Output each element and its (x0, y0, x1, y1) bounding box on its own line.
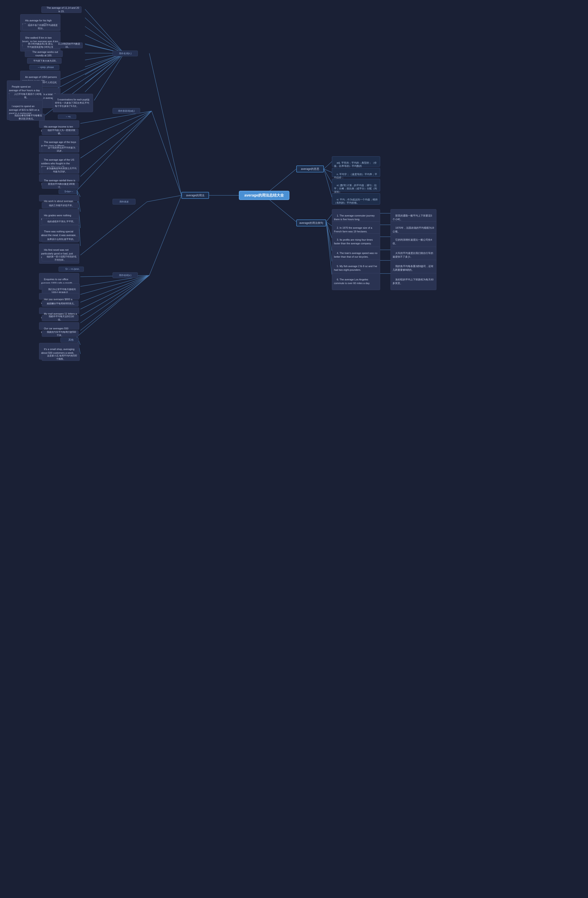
first-novel-cn: 他的第一部小说既不特别好也不特别坏。 (42, 255, 78, 261)
avg-of-11-14-20: The average of 11,14 and 20 is 15. (41, 6, 81, 13)
meaning-vi: vi. 平均；作为或达到一个均值；维持（有利的）平均价格。 (332, 193, 380, 205)
people-tv-cn: 人们平均每天看四个小时电视。 (9, 92, 44, 99)
svg-line-49 (326, 222, 332, 226)
section-biaoshi: 用作表述 (112, 199, 135, 205)
svg-line-32 (80, 202, 147, 255)
connections-svg (0, 0, 588, 898)
meaning-n: n. 平均字；（速度等的）平均率；平均估价； (332, 168, 380, 177)
siyi-node: average的意思 (296, 166, 324, 172)
svg-line-50 (326, 222, 332, 238)
s-be-label: S+be+～ (58, 189, 77, 194)
svg-line-35 (80, 275, 149, 294)
avg-age-15-cn: 这个班的男生的平均年龄为15岁。 (42, 146, 78, 152)
svg-line-27 (77, 111, 152, 190)
grades-cn: 他的成绩并不突出,平平而。 (42, 218, 78, 224)
svg-line-6 (149, 195, 181, 275)
svg-line-37 (80, 275, 149, 309)
vietnam-cn: 参加越南战争的美国士兵平均年龄为19岁。 (42, 167, 78, 174)
svg-line-40 (80, 275, 149, 331)
small-shop-cn: 这是家小店,每周平均约有500个顾客。 (42, 354, 80, 361)
section-mingci: 用作名词(n.) (112, 51, 138, 56)
svg-line-25 (80, 111, 152, 158)
svg-line-47 (324, 169, 332, 197)
svg-line-4 (152, 111, 181, 195)
avg-11-14-20-zh: 11,14和20的平均数是15。 (53, 43, 83, 48)
meaning-adj: adj. 平常的；平均的；典型的；（价值、比率等的）平均数的 (332, 156, 380, 167)
svg-line-45 (324, 169, 332, 172)
svg-line-16 (85, 53, 124, 83)
meal-cn: 我想在餐馆用餐平均每餐花费15至20美元。 (9, 114, 45, 121)
svg-line-15 (85, 53, 124, 75)
svg-line-53 (326, 222, 332, 275)
svg-line-46 (324, 169, 332, 183)
svg-line-3 (149, 53, 181, 195)
svg-line-51 (326, 222, 332, 251)
svg-line-44 (324, 161, 332, 169)
pay-cn: 她薪酬水平每周将800美元。 (42, 300, 78, 307)
yongfa-node: average的用法 (181, 192, 209, 199)
svg-line-26 (80, 111, 152, 177)
svg-line-48 (326, 214, 332, 222)
svg-line-52 (326, 222, 332, 261)
meaning-vt: vt. [数学] 计算...的平均值；调匀；拉平；分摊；按比例（或平分）分配（利… (332, 179, 380, 191)
svg-line-39 (80, 275, 149, 323)
adj-sub-n-label: ～+n. (58, 114, 76, 119)
svg-line-38 (80, 275, 149, 316)
5-examinations: 5 examinations for each pupil这些学生一共参加了39… (53, 94, 93, 112)
prep-phrase-label: ～+prep. phrase (29, 65, 59, 70)
svg-line-7 (85, 9, 124, 53)
svg-line-41 (77, 275, 149, 337)
meal-average-cn: 如果设计么特别,挺平常的。 (42, 236, 78, 242)
svg-line-17 (85, 53, 124, 92)
svg-line-22 (94, 53, 124, 100)
example-6-cn: 洛杉矶的平均上下班路程为每天60多英里。 (390, 273, 436, 290)
svg-line-24 (80, 111, 152, 140)
svg-line-8 (85, 18, 124, 53)
verb-sub-label: S+～+n./pron. (58, 267, 84, 272)
other-label: 其他 (60, 337, 79, 343)
example-6-en: 6. The average Los Angeles commute is ov… (332, 273, 380, 290)
center-node: average的用法总结大全 (239, 191, 289, 200)
about-average-cn: 他的工作能不好也不坏。 (42, 202, 78, 209)
mail-cn: 我邮件平均每天达到11封信。 (42, 315, 78, 321)
highschool-cn: 他高中各门功课的平均成绩是82分。 (23, 24, 60, 30)
section-rongren: 用作形容词(adj.) (112, 108, 140, 114)
svg-line-9 (85, 26, 124, 53)
avg-income-cn: 他的平均收入为一星期10英镑。 (42, 129, 78, 135)
section-dongci: 用作动词(v.) (112, 272, 138, 278)
svg-line-5 (147, 195, 181, 202)
mindmap-container: average的用法总结大全 average的用法 average的意思 ave… (0, 0, 588, 898)
liju-node: average的用法例句 (296, 220, 326, 226)
svg-line-36 (80, 275, 149, 302)
